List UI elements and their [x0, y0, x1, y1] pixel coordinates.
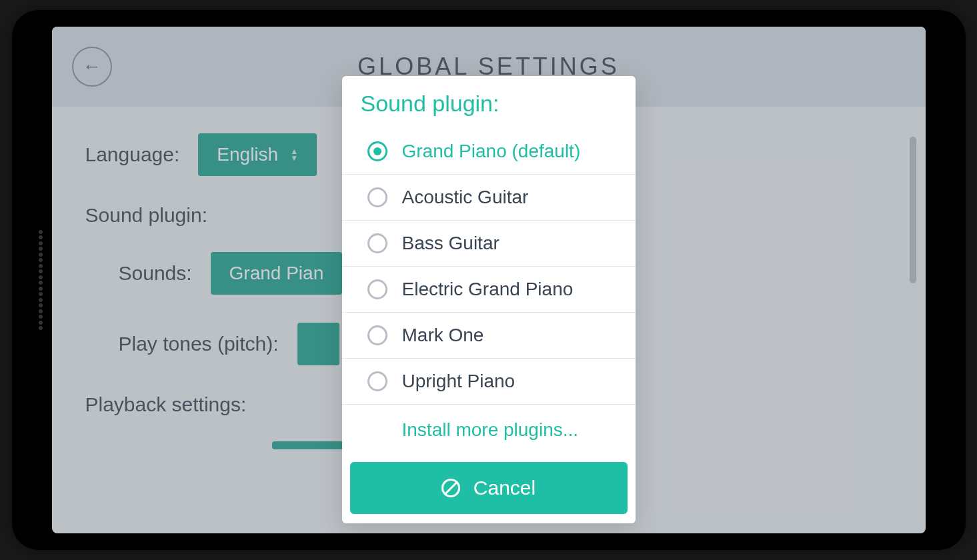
option-grand-piano[interactable]: Grand Piano (default): [342, 129, 636, 175]
option-label: Mark One: [402, 325, 484, 346]
cancel-label: Cancel: [473, 477, 536, 499]
language-value: English: [217, 144, 278, 165]
option-label: Bass Guitar: [402, 233, 500, 254]
option-acoustic-guitar[interactable]: Acoustic Guitar: [342, 175, 636, 221]
option-list: Grand Piano (default) Acoustic Guitar Ba…: [342, 129, 636, 455]
option-label: Upright Piano: [402, 371, 516, 392]
play-tones-label: Play tones (pitch):: [119, 333, 279, 355]
language-label: Language:: [85, 143, 180, 166]
option-label: Electric Grand Piano: [402, 279, 574, 300]
option-electric-grand-piano[interactable]: Electric Grand Piano: [342, 267, 636, 313]
radio-icon: [367, 279, 387, 299]
option-mark-one[interactable]: Mark One: [342, 313, 636, 359]
radio-icon: [367, 233, 387, 253]
option-upright-piano[interactable]: Upright Piano: [342, 359, 636, 405]
radio-icon: [367, 187, 387, 207]
back-button[interactable]: ←: [72, 47, 112, 87]
sounds-label: Sounds:: [119, 262, 192, 285]
screen: ← GLOBAL SETTINGS Language: English ▲▼ S…: [52, 27, 926, 533]
modal-title: Sound plugin:: [342, 76, 636, 129]
radio-icon: [367, 141, 387, 161]
cancel-button[interactable]: Cancel: [350, 462, 628, 514]
back-arrow-icon: ←: [83, 56, 101, 77]
radio-icon: [367, 325, 387, 345]
select-chevron-icon: ▲▼: [290, 149, 298, 161]
option-label: Acoustic Guitar: [402, 187, 529, 208]
language-select[interactable]: English ▲▼: [198, 133, 317, 176]
scrollbar[interactable]: [910, 137, 916, 283]
sounds-value: Grand Pian: [229, 263, 324, 284]
install-more-plugins-link[interactable]: Install more plugins...: [342, 405, 636, 455]
play-tones-select[interactable]: [297, 323, 340, 365]
device-frame: ← GLOBAL SETTINGS Language: English ▲▼ S…: [12, 10, 966, 550]
option-label: Grand Piano (default): [402, 141, 581, 162]
sound-plugin-modal: Sound plugin: Grand Piano (default) Acou…: [342, 76, 636, 523]
cancel-icon: [441, 479, 460, 497]
sounds-select[interactable]: Grand Pian: [211, 252, 343, 295]
playback-select-partial[interactable]: [272, 441, 352, 449]
option-bass-guitar[interactable]: Bass Guitar: [342, 221, 636, 267]
radio-icon: [367, 371, 387, 391]
speaker-grill: [39, 230, 44, 330]
